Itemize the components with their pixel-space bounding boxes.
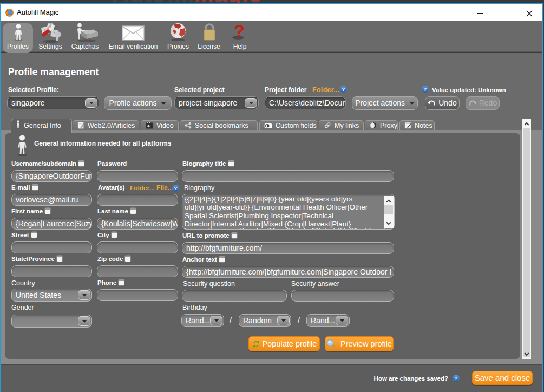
svg-text:?: ? <box>234 22 245 41</box>
